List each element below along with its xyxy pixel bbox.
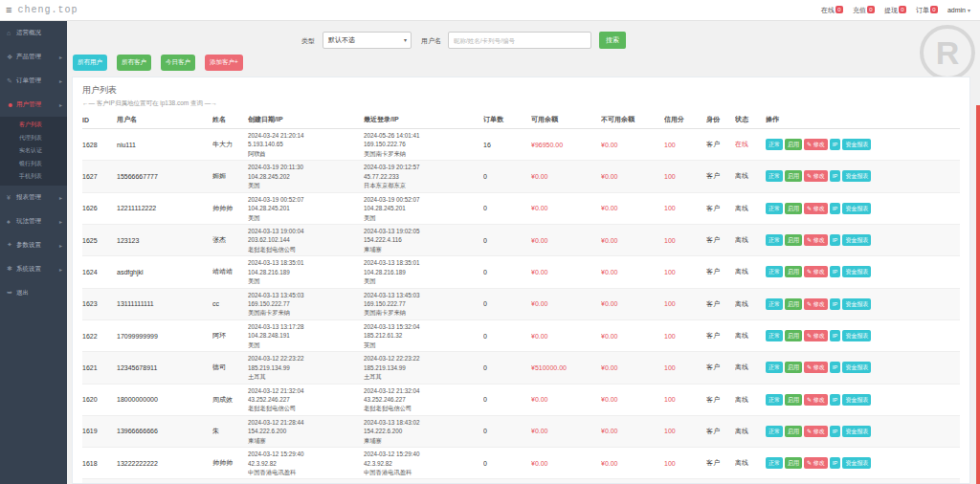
row-action-funds-report[interactable]: 资金报表: [842, 457, 871, 469]
row-action-funds-report[interactable]: 资金报表: [842, 203, 871, 214]
row-action-enable[interactable]: 启用: [785, 330, 802, 341]
today-customers-button[interactable]: 今日客户: [161, 55, 195, 71]
admin-menu[interactable]: admin▾: [947, 7, 970, 13]
row-action-ip[interactable]: IP: [830, 457, 841, 469]
row-action-enable[interactable]: 启用: [785, 234, 802, 246]
row-action-funds-report[interactable]: 资金报表: [842, 330, 871, 341]
stat-recharge[interactable]: 充值 0: [853, 6, 875, 15]
row-action-edit[interactable]: ✎ 修改: [804, 139, 828, 150]
all-users-button[interactable]: 所有用户: [73, 55, 107, 71]
all-customers-button[interactable]: 所有客户: [117, 55, 151, 71]
cell-username: 123123: [117, 224, 212, 255]
row-action-normal[interactable]: 正常: [766, 330, 783, 341]
row-action-enable[interactable]: 启用: [785, 266, 802, 277]
row-action-ip[interactable]: IP: [830, 203, 841, 214]
row-action-enable[interactable]: 启用: [785, 298, 802, 310]
search-button[interactable]: 搜索: [599, 32, 626, 49]
sidebar-item-logout[interactable]: ➥ 退出: [0, 281, 67, 305]
row-action-enable[interactable]: 启用: [785, 170, 802, 182]
cell-id: 1625: [82, 224, 117, 255]
row-action-enable[interactable]: 启用: [785, 457, 802, 469]
row-action-normal[interactable]: 正常: [766, 298, 783, 310]
row-action-funds-report[interactable]: 资金报表: [842, 426, 871, 437]
row-action-ip[interactable]: IP: [830, 139, 841, 150]
row-action-funds-report[interactable]: 资金报表: [842, 139, 871, 150]
row-action-ip[interactable]: IP: [830, 234, 841, 246]
row-action-enable[interactable]: 启用: [785, 426, 802, 437]
stat-orders[interactable]: 订单 0: [916, 6, 938, 15]
sidebar-item-dashboard[interactable]: ⌂ 运营概况: [0, 21, 67, 45]
row-action-funds-report[interactable]: 资金报表: [842, 234, 871, 246]
login-line: 42.3.92.82: [364, 459, 480, 468]
row-action-ip[interactable]: IP: [830, 266, 841, 277]
row-action-edit[interactable]: ✎ 修改: [804, 234, 828, 246]
sidebar-item-settings[interactable]: ✱ 系统设置 ▸: [0, 257, 67, 281]
sidebar-item-orders[interactable]: ✎ 订单管理 ▸: [0, 69, 67, 93]
created-line: 104.28.248.191: [248, 331, 361, 340]
row-action-funds-report[interactable]: 资金报表: [842, 298, 871, 310]
hamburger-icon[interactable]: ≡: [6, 5, 11, 15]
row-action-normal[interactable]: 正常: [766, 457, 783, 469]
row-action-edit[interactable]: ✎ 修改: [804, 394, 828, 406]
row-action-enable[interactable]: 启用: [785, 203, 802, 214]
sidebar-item-products[interactable]: ❖ 产品管理 ▸: [0, 45, 67, 69]
sidebar-item-users[interactable]: ☻ 用户管理 ▸: [0, 93, 67, 117]
row-action-edit[interactable]: ✎ 修改: [804, 362, 828, 373]
created-line: 柬埔寨: [248, 436, 361, 445]
row-action-funds-report[interactable]: 资金报表: [842, 362, 871, 373]
submenu-item-phone-list[interactable]: 手机列表: [0, 170, 67, 184]
row-action-enable[interactable]: 启用: [785, 139, 802, 150]
add-customer-button[interactable]: 添加客户+: [205, 55, 243, 71]
row-action-ip[interactable]: IP: [830, 426, 841, 437]
stat-online[interactable]: 在线 0: [821, 6, 843, 15]
type-select[interactable]: 默认不选 ▾: [323, 32, 412, 49]
created-line: 美国: [248, 341, 361, 349]
search-input[interactable]: [448, 32, 591, 49]
sidebar-item-reports[interactable]: ¥ 报表管理 ▸: [0, 186, 67, 209]
row-action-normal[interactable]: 正常: [766, 266, 783, 277]
row-action-ip[interactable]: IP: [830, 362, 841, 373]
row-action-ip[interactable]: IP: [830, 394, 841, 406]
cell-created: 2024-03-19 20:11:30104.28.245.202美国: [248, 161, 364, 192]
row-action-edit[interactable]: ✎ 修改: [804, 330, 828, 341]
row-action-enable[interactable]: 启用: [785, 362, 802, 373]
cell-actions: 正常启用✎ 修改IP资金报表: [766, 224, 960, 255]
row-action-normal[interactable]: 正常: [766, 139, 783, 150]
row-action-ip[interactable]: IP: [830, 298, 841, 310]
scrollbar[interactable]: [976, 105, 980, 484]
sidebar-item-params[interactable]: ✦ 参数设置 ▸: [0, 233, 67, 257]
submenu-item-bank-list[interactable]: 银行列表: [0, 158, 67, 171]
row-action-ip[interactable]: IP: [830, 170, 841, 182]
row-action-edit[interactable]: ✎ 修改: [804, 298, 828, 310]
row-action-edit[interactable]: ✎ 修改: [804, 203, 828, 214]
status-badge: 离线: [735, 415, 766, 447]
cell-credit: 100: [664, 319, 706, 351]
submenu-item-customer-list[interactable]: 客户列表: [0, 119, 67, 132]
stat-withdraw[interactable]: 提现 0: [884, 6, 906, 15]
row-action-edit[interactable]: ✎ 修改: [804, 426, 828, 437]
row-action-funds-report[interactable]: 资金报表: [842, 170, 871, 182]
row-action-normal[interactable]: 正常: [766, 203, 783, 214]
row-action-funds-report[interactable]: 资金报表: [842, 266, 871, 277]
cell-actions: 正常启用✎ 修改IP资金报表: [766, 415, 960, 447]
row-action-normal[interactable]: 正常: [766, 234, 783, 246]
cell-actions: 正常启用✎ 修改IP资金报表: [766, 384, 960, 415]
row-action-edit[interactable]: ✎ 修改: [804, 457, 828, 469]
table-row: 161713555555555阿帅帅2024-03-12 15:25:1142.…: [82, 479, 960, 484]
row-action-normal[interactable]: 正常: [766, 170, 783, 182]
row-action-ip[interactable]: IP: [830, 330, 841, 341]
created-line: 42.3.92.82: [248, 459, 361, 468]
row-action-edit[interactable]: ✎ 修改: [804, 266, 828, 277]
row-action-normal[interactable]: 正常: [766, 426, 783, 437]
cell-actions: 正常启用✎ 修改IP资金报表: [766, 129, 960, 161]
cell-balance: ¥0.00: [531, 192, 601, 224]
row-action-enable[interactable]: 启用: [785, 394, 802, 406]
submenu-item-realname[interactable]: 实名认证: [0, 144, 67, 158]
sidebar-item-play[interactable]: ♠ 玩法管理 ▸: [0, 209, 67, 233]
row-action-normal[interactable]: 正常: [766, 394, 783, 406]
stat-recharge-label: 充值: [853, 6, 866, 15]
row-action-normal[interactable]: 正常: [766, 362, 783, 373]
row-action-edit[interactable]: ✎ 修改: [804, 170, 828, 182]
submenu-item-agent-list[interactable]: 代理列表: [0, 132, 67, 145]
row-action-funds-report[interactable]: 资金报表: [842, 394, 871, 406]
